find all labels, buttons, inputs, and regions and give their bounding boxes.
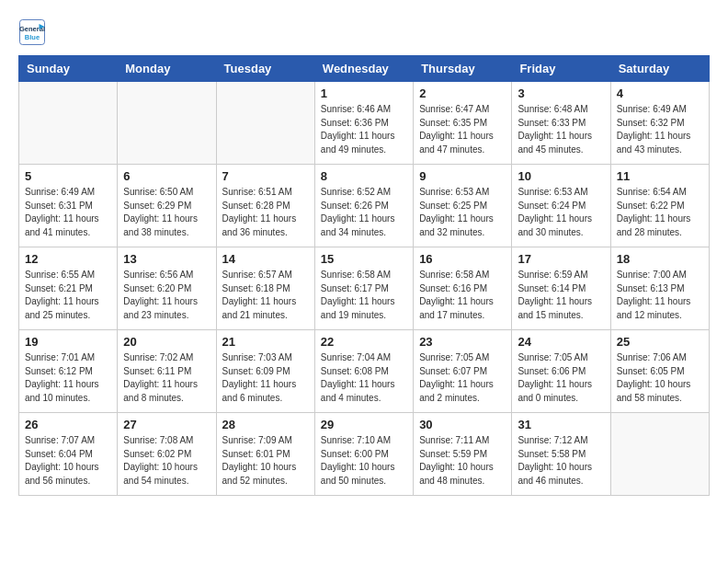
day-info: Sunrise: 6:47 AM Sunset: 6:35 PM Dayligh… [419, 103, 506, 156]
calendar-cell [19, 82, 118, 165]
day-number: 27 [123, 418, 210, 431]
day-info: Sunrise: 6:53 AM Sunset: 6:25 PM Dayligh… [419, 186, 506, 239]
weekday-header-thursday: Thursday [414, 56, 512, 82]
weekday-header-tuesday: Tuesday [216, 56, 314, 82]
calendar-cell: 14Sunrise: 6:57 AM Sunset: 6:18 PM Dayli… [216, 247, 314, 330]
calendar-cell: 7Sunrise: 6:51 AM Sunset: 6:28 PM Daylig… [216, 165, 314, 247]
calendar-cell: 27Sunrise: 7:08 AM Sunset: 6:02 PM Dayli… [118, 413, 216, 496]
day-info: Sunrise: 7:08 AM Sunset: 6:02 PM Dayligh… [123, 434, 210, 488]
day-info: Sunrise: 6:49 AM Sunset: 6:31 PM Dayligh… [25, 186, 111, 239]
day-info: Sunrise: 7:01 AM Sunset: 6:12 PM Dayligh… [25, 351, 111, 405]
day-number: 17 [518, 252, 604, 266]
day-number: 7 [222, 169, 309, 183]
calendar-cell: 5Sunrise: 6:49 AM Sunset: 6:31 PM Daylig… [19, 165, 118, 247]
day-number: 14 [222, 252, 309, 266]
svg-text:Blue: Blue [25, 33, 40, 41]
calendar-cell [610, 413, 709, 496]
day-number: 11 [617, 169, 703, 183]
day-info: Sunrise: 7:09 AM Sunset: 6:01 PM Dayligh… [222, 434, 309, 488]
weekday-header-friday: Friday [512, 56, 610, 82]
day-number: 3 [518, 86, 604, 100]
day-number: 15 [321, 252, 407, 266]
calendar-cell: 31Sunrise: 7:12 AM Sunset: 5:58 PM Dayli… [512, 413, 610, 496]
calendar-cell: 4Sunrise: 6:49 AM Sunset: 6:32 PM Daylig… [610, 82, 709, 165]
day-info: Sunrise: 6:58 AM Sunset: 6:17 PM Dayligh… [321, 269, 407, 322]
day-info: Sunrise: 7:10 AM Sunset: 6:00 PM Dayligh… [321, 434, 407, 488]
day-number: 10 [518, 169, 604, 183]
calendar-cell [118, 82, 216, 165]
day-number: 26 [25, 418, 111, 431]
calendar-cell: 9Sunrise: 6:53 AM Sunset: 6:25 PM Daylig… [414, 165, 512, 247]
weekday-header-monday: Monday [118, 56, 216, 82]
day-info: Sunrise: 6:53 AM Sunset: 6:24 PM Dayligh… [518, 186, 604, 239]
calendar-cell: 25Sunrise: 7:06 AM Sunset: 6:05 PM Dayli… [610, 330, 709, 413]
calendar-table: SundayMondayTuesdayWednesdayThursdayFrid… [18, 55, 710, 496]
weekday-header-sunday: Sunday [19, 56, 118, 82]
day-info: Sunrise: 6:58 AM Sunset: 6:16 PM Dayligh… [419, 269, 506, 322]
weekday-header-saturday: Saturday [610, 56, 709, 82]
day-info: Sunrise: 6:48 AM Sunset: 6:33 PM Dayligh… [518, 103, 604, 156]
day-info: Sunrise: 7:05 AM Sunset: 6:06 PM Dayligh… [518, 351, 604, 405]
day-info: Sunrise: 6:57 AM Sunset: 6:18 PM Dayligh… [222, 269, 309, 322]
day-info: Sunrise: 6:46 AM Sunset: 6:36 PM Dayligh… [321, 103, 407, 156]
day-number: 13 [123, 252, 210, 266]
calendar-cell: 3Sunrise: 6:48 AM Sunset: 6:33 PM Daylig… [512, 82, 610, 165]
calendar-cell: 11Sunrise: 6:54 AM Sunset: 6:22 PM Dayli… [610, 165, 709, 247]
day-info: Sunrise: 7:11 AM Sunset: 5:59 PM Dayligh… [419, 434, 506, 488]
day-info: Sunrise: 7:03 AM Sunset: 6:09 PM Dayligh… [222, 351, 309, 405]
day-info: Sunrise: 7:07 AM Sunset: 6:04 PM Dayligh… [25, 434, 111, 488]
day-info: Sunrise: 6:50 AM Sunset: 6:29 PM Dayligh… [123, 186, 210, 239]
day-info: Sunrise: 7:04 AM Sunset: 6:08 PM Dayligh… [321, 351, 407, 405]
calendar-cell: 23Sunrise: 7:05 AM Sunset: 6:07 PM Dayli… [414, 330, 512, 413]
day-info: Sunrise: 6:56 AM Sunset: 6:20 PM Dayligh… [123, 269, 210, 322]
day-number: 16 [419, 252, 506, 266]
day-number: 24 [518, 335, 604, 349]
day-info: Sunrise: 6:52 AM Sunset: 6:26 PM Dayligh… [321, 186, 407, 239]
page-header: General Blue [18, 18, 710, 46]
calendar-cell: 10Sunrise: 6:53 AM Sunset: 6:24 PM Dayli… [512, 165, 610, 247]
day-number: 28 [222, 418, 309, 431]
calendar-cell: 28Sunrise: 7:09 AM Sunset: 6:01 PM Dayli… [216, 413, 314, 496]
calendar-cell: 18Sunrise: 7:00 AM Sunset: 6:13 PM Dayli… [610, 247, 709, 330]
weekday-header-wednesday: Wednesday [314, 56, 413, 82]
calendar-cell: 17Sunrise: 6:59 AM Sunset: 6:14 PM Dayli… [512, 247, 610, 330]
day-info: Sunrise: 6:49 AM Sunset: 6:32 PM Dayligh… [617, 103, 703, 156]
day-number: 6 [123, 169, 210, 183]
calendar-cell: 8Sunrise: 6:52 AM Sunset: 6:26 PM Daylig… [314, 165, 413, 247]
calendar-cell: 22Sunrise: 7:04 AM Sunset: 6:08 PM Dayli… [314, 330, 413, 413]
day-number: 22 [321, 335, 407, 349]
day-number: 19 [25, 335, 111, 349]
day-info: Sunrise: 7:12 AM Sunset: 5:58 PM Dayligh… [518, 434, 604, 488]
calendar-cell: 19Sunrise: 7:01 AM Sunset: 6:12 PM Dayli… [19, 330, 118, 413]
calendar-cell: 15Sunrise: 6:58 AM Sunset: 6:17 PM Dayli… [314, 247, 413, 330]
day-info: Sunrise: 7:05 AM Sunset: 6:07 PM Dayligh… [419, 351, 506, 405]
calendar-cell: 12Sunrise: 6:55 AM Sunset: 6:21 PM Dayli… [19, 247, 118, 330]
day-number: 23 [419, 335, 506, 349]
day-number: 2 [419, 86, 506, 100]
logo-icon: General Blue [18, 18, 46, 46]
calendar-cell: 29Sunrise: 7:10 AM Sunset: 6:00 PM Dayli… [314, 413, 413, 496]
calendar-cell: 30Sunrise: 7:11 AM Sunset: 5:59 PM Dayli… [414, 413, 512, 496]
calendar-cell [216, 82, 314, 165]
day-number: 1 [321, 86, 407, 100]
day-info: Sunrise: 7:00 AM Sunset: 6:13 PM Dayligh… [617, 269, 703, 322]
day-info: Sunrise: 6:55 AM Sunset: 6:21 PM Dayligh… [25, 269, 111, 322]
day-info: Sunrise: 6:54 AM Sunset: 6:22 PM Dayligh… [617, 186, 703, 239]
day-number: 30 [419, 418, 506, 431]
day-number: 31 [518, 418, 604, 431]
day-info: Sunrise: 6:51 AM Sunset: 6:28 PM Dayligh… [222, 186, 309, 239]
day-number: 4 [617, 86, 703, 100]
day-info: Sunrise: 7:06 AM Sunset: 6:05 PM Dayligh… [617, 351, 703, 405]
day-number: 20 [123, 335, 210, 349]
calendar-cell: 2Sunrise: 6:47 AM Sunset: 6:35 PM Daylig… [414, 82, 512, 165]
logo: General Blue [18, 18, 46, 46]
day-number: 21 [222, 335, 309, 349]
calendar-cell: 24Sunrise: 7:05 AM Sunset: 6:06 PM Dayli… [512, 330, 610, 413]
calendar-cell: 26Sunrise: 7:07 AM Sunset: 6:04 PM Dayli… [19, 413, 118, 496]
day-info: Sunrise: 6:59 AM Sunset: 6:14 PM Dayligh… [518, 269, 604, 322]
calendar-cell: 21Sunrise: 7:03 AM Sunset: 6:09 PM Dayli… [216, 330, 314, 413]
day-number: 18 [617, 252, 703, 266]
day-info: Sunrise: 7:02 AM Sunset: 6:11 PM Dayligh… [123, 351, 210, 405]
day-number: 12 [25, 252, 111, 266]
calendar-cell: 6Sunrise: 6:50 AM Sunset: 6:29 PM Daylig… [118, 165, 216, 247]
